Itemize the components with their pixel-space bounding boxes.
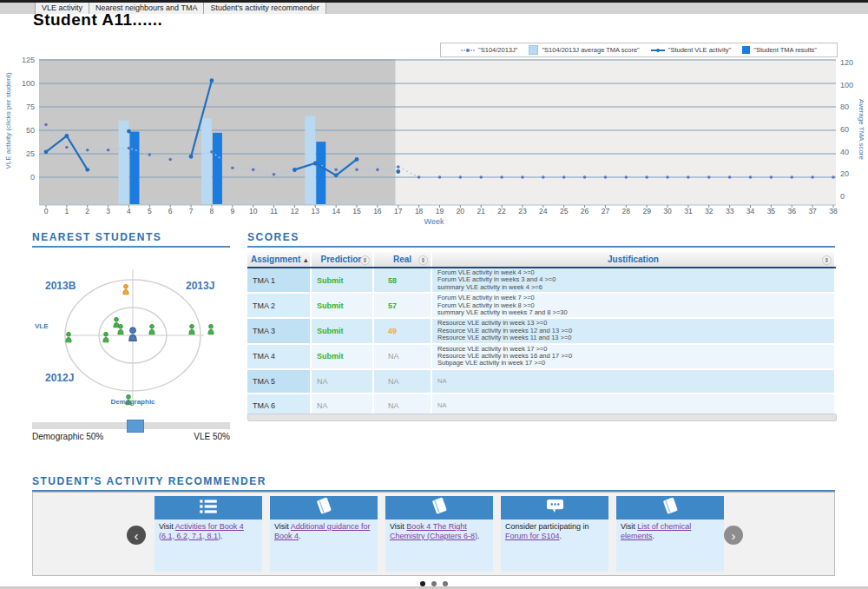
student-vle-point[interactable] xyxy=(44,149,49,154)
avg-tma-bar[interactable] xyxy=(305,116,315,204)
column-header-assignment[interactable]: Assignment▴ xyxy=(247,252,311,268)
avg-tma-bar[interactable] xyxy=(118,121,128,204)
avg-vle-point[interactable] xyxy=(334,169,338,172)
avg-vle-point[interactable] xyxy=(645,175,648,179)
recommendation-card-text: Visit Activities for Book 4 (6.1, 6.2, 7… xyxy=(155,520,262,543)
avg-vle-point[interactable] xyxy=(479,175,483,179)
avg-vle-point[interactable] xyxy=(832,175,835,179)
assignment-cell: TMA 5 xyxy=(247,369,311,394)
student-tma-bar[interactable] xyxy=(129,132,139,204)
sort-toggle-icon[interactable]: ⇕ xyxy=(360,255,370,265)
avg-vle-point[interactable] xyxy=(128,147,131,150)
peer-marker[interactable] xyxy=(118,324,123,334)
assignment-cell: TMA 1 xyxy=(247,268,311,293)
vle-weight-label: VLE 50% xyxy=(194,432,230,441)
avg-vle-point[interactable] xyxy=(459,175,463,179)
avg-vle-point[interactable] xyxy=(625,175,628,179)
avg-vle-point[interactable] xyxy=(418,175,421,179)
recommendation-card-text: Visit Book 4 The Right Chemistry (Chapte… xyxy=(385,520,493,543)
weight-slider-handle[interactable] xyxy=(127,420,144,433)
avg-tma-bar[interactable] xyxy=(201,118,212,204)
carousel-prev-button[interactable]: ‹ xyxy=(127,526,146,545)
recommendation-link[interactable]: Forum for S104 xyxy=(505,532,560,540)
avg-vle-point[interactable] xyxy=(521,175,524,179)
avg-vle-point[interactable] xyxy=(562,175,566,179)
right-tick-label: 0 xyxy=(840,192,845,201)
legend-item[interactable]: "S104/2013J" xyxy=(461,46,517,54)
avg-vle-point[interactable] xyxy=(107,149,110,152)
student-vle-point[interactable] xyxy=(189,155,194,159)
peer-marker[interactable] xyxy=(103,332,108,341)
x-tick-label: 2 xyxy=(85,207,89,215)
sort-toggle-icon[interactable]: ⇕ xyxy=(418,255,428,265)
recommendation-card-header xyxy=(501,496,608,520)
avg-vle-point[interactable] xyxy=(666,175,669,179)
peer-marker[interactable] xyxy=(208,324,214,334)
tab-student-s-activity-recommender[interactable]: Student's activity recommender xyxy=(204,3,326,14)
avg-vle-point[interactable] xyxy=(790,175,793,179)
prediction-value: Submit xyxy=(317,301,344,310)
recommendation-cards: Visit Activities for Book 4 (6.1, 6.2, 7… xyxy=(155,496,724,572)
current-student-marker[interactable] xyxy=(129,328,136,341)
peer-marker[interactable] xyxy=(189,324,194,334)
avg-vle-point[interactable] xyxy=(500,175,503,179)
avg-vle-point[interactable] xyxy=(687,175,690,179)
student-vle-point[interactable] xyxy=(313,161,318,165)
x-tick-label: 10 xyxy=(249,207,258,215)
vle-axis-label: VLE xyxy=(35,322,49,330)
avg-vle-point[interactable] xyxy=(438,175,442,179)
legend-item[interactable]: "S104/2013J average TMA score" xyxy=(529,45,639,55)
avg-vle-point[interactable] xyxy=(542,175,545,179)
avg-vle-point[interactable] xyxy=(148,153,152,156)
student-vle-point[interactable] xyxy=(334,173,339,177)
comment-icon xyxy=(545,498,565,518)
avg-vle-point[interactable] xyxy=(604,175,608,179)
recommendation-suffix: . xyxy=(220,532,223,540)
x-tick-label: 11 xyxy=(270,207,278,215)
student-vle-point[interactable] xyxy=(293,168,297,172)
student-vle-point[interactable] xyxy=(85,168,89,172)
avg-vle-point[interactable] xyxy=(44,123,48,127)
peer-marker[interactable] xyxy=(149,324,155,334)
avg-vle-point[interactable] xyxy=(252,169,255,172)
peer-marker[interactable] xyxy=(114,317,119,327)
student-vle-point[interactable] xyxy=(127,129,131,134)
real-score-cell: 58 xyxy=(373,268,431,293)
legend-item[interactable]: "Student TMA results" xyxy=(742,46,817,54)
avg-vle-point[interactable] xyxy=(397,165,400,169)
avg-vle-point[interactable] xyxy=(707,175,711,179)
sort-ascending-icon: ▴ xyxy=(304,256,307,264)
avg-vle-point[interactable] xyxy=(728,175,732,179)
avg-vle-point[interactable] xyxy=(86,149,89,152)
column-header-justification[interactable]: Justification⇕ xyxy=(431,252,835,268)
avg-vle-point[interactable] xyxy=(749,175,753,179)
x-tick-label: 0 xyxy=(44,207,49,215)
avg-vle-point[interactable] xyxy=(583,175,587,179)
student-vle-point[interactable] xyxy=(210,78,214,83)
avg-vle-point[interactable] xyxy=(273,173,276,176)
peer-marker[interactable] xyxy=(66,332,71,341)
highlighted-peer-marker[interactable] xyxy=(123,284,128,294)
column-header-real[interactable]: Real⇕ xyxy=(373,252,431,268)
student-vle-point[interactable] xyxy=(64,134,69,138)
left-tick-label: 25 xyxy=(26,149,35,158)
avg-vle-point[interactable] xyxy=(210,150,214,154)
sort-toggle-icon[interactable]: ⇕ xyxy=(822,255,832,265)
score-row: TMA 1Submit58Forum VLE activity in week … xyxy=(247,268,835,293)
avg-vle-point[interactable] xyxy=(355,169,358,172)
avg-vle-point[interactable] xyxy=(811,175,814,179)
carousel-next-button[interactable]: › xyxy=(724,526,743,545)
avg-vle-point[interactable] xyxy=(231,166,234,169)
real-score-cell: NA xyxy=(373,344,431,369)
avg-vle-point[interactable] xyxy=(168,158,172,162)
student-tma-bar[interactable] xyxy=(316,142,326,204)
student-tma-bar[interactable] xyxy=(213,133,222,204)
left-tick-label: 50 xyxy=(26,126,35,135)
avg-vle-point[interactable] xyxy=(770,175,773,179)
student-vle-point[interactable] xyxy=(396,169,400,174)
avg-vle-point[interactable] xyxy=(376,169,379,172)
legend-item[interactable]: "Student VLE activity" xyxy=(651,46,731,54)
student-vle-point[interactable] xyxy=(355,157,359,162)
avg-vle-point[interactable] xyxy=(65,146,69,149)
column-header-prediction[interactable]: Prediction⇕ xyxy=(311,252,373,268)
